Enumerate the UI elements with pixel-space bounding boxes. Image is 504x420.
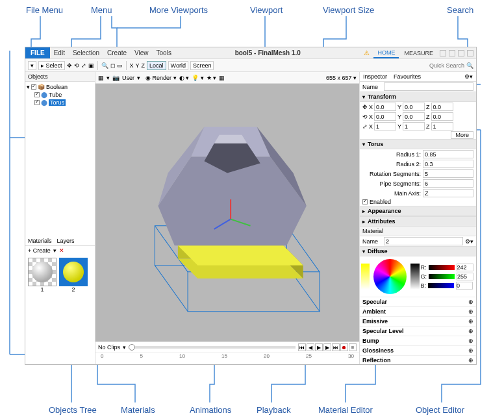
rotseg-input[interactable] <box>423 169 473 178</box>
tab-measure[interactable]: MEASURE <box>400 49 437 58</box>
inspector-tab[interactable]: Inspector <box>360 72 390 81</box>
bump-section[interactable]: Bump⊕ <box>360 336 476 345</box>
objects-tree[interactable]: ▾📦Boolean ⬤Tube ⬤Torus <box>25 82 95 108</box>
coord-world[interactable]: World <box>168 61 188 70</box>
goto-start-icon[interactable]: ⏮ <box>298 343 306 351</box>
object-name-input[interactable] <box>384 82 473 91</box>
gear-icon[interactable]: ⚙▾ <box>465 238 473 245</box>
speclevel-section[interactable]: Specular Level⊕ <box>360 326 476 336</box>
prev-frame-icon[interactable]: ◀ <box>307 343 314 351</box>
tool-icon[interactable]: ▣ <box>88 62 94 69</box>
scl-x[interactable] <box>374 122 396 130</box>
pos-z[interactable] <box>431 103 453 111</box>
select-button[interactable]: ▸ Select <box>38 61 65 70</box>
zoom-fit-icon[interactable]: ◻ <box>110 62 115 69</box>
rotate-gizmo-icon[interactable]: ⟲ <box>362 114 368 120</box>
menu-selection[interactable]: Selection <box>69 49 103 56</box>
create-material-button[interactable]: + Create <box>28 247 51 254</box>
radius1-input[interactable] <box>423 150 473 158</box>
ambient-section[interactable]: Ambient⊕ <box>360 306 476 316</box>
pin-icon[interactable] <box>440 50 446 56</box>
pipeseg-input[interactable] <box>423 179 473 188</box>
menu-view[interactable]: View <box>131 49 153 56</box>
timeline-menu-icon[interactable]: ≡ <box>349 343 357 351</box>
r-input[interactable] <box>457 264 473 271</box>
reflection-section[interactable]: Reflection⊕ <box>360 355 476 364</box>
more-button[interactable]: More <box>451 131 473 139</box>
menu-tools[interactable]: Tools <box>153 49 175 56</box>
favourites-tab[interactable]: Favourites <box>390 72 424 81</box>
coord-screen[interactable]: Screen <box>190 61 214 70</box>
goto-end-icon[interactable]: ⏭ <box>332 343 340 351</box>
axis-input[interactable] <box>423 189 473 197</box>
light-icon[interactable]: 💡 ▾ <box>192 75 204 81</box>
appearance-section[interactable]: ▸Appearance <box>360 206 476 216</box>
scale-icon[interactable]: ⤢ <box>81 62 86 69</box>
clips-label[interactable]: No Clips <box>98 344 120 351</box>
search-input[interactable] <box>412 62 464 69</box>
search-icon[interactable]: 🔍 <box>466 62 473 69</box>
material-1[interactable]: 1 <box>28 258 57 293</box>
shade-icon[interactable]: ◐ ▾ <box>179 75 190 81</box>
render-button[interactable]: ◉ Render ▾ <box>145 75 177 81</box>
glossiness-section[interactable]: Glossiness⊕ <box>360 345 476 355</box>
delete-material-icon[interactable]: ✕ <box>59 247 64 254</box>
viewport-layout-icon[interactable]: ▦ <box>98 75 104 81</box>
viewport-menu-icon[interactable]: ▾ <box>107 75 110 81</box>
dropdown-icon[interactable]: ▾ <box>28 61 36 70</box>
rot-x[interactable] <box>374 112 396 121</box>
file-menu[interactable]: FILE <box>25 47 50 58</box>
attributes-section[interactable]: ▸Attributes <box>360 216 476 227</box>
diffuse-section[interactable]: ▾Diffuse <box>360 246 476 256</box>
menu-create[interactable]: Create <box>103 49 131 56</box>
menu-edit[interactable]: Edit <box>50 49 69 56</box>
enabled-checkbox[interactable] <box>362 199 368 204</box>
emissive-section[interactable]: Emissive⊕ <box>360 316 476 326</box>
zoom-region-icon[interactable]: ▭ <box>117 62 123 69</box>
pos-x[interactable] <box>374 103 396 111</box>
axis-y-icon[interactable]: Y <box>136 62 140 69</box>
viewport[interactable] <box>95 84 359 341</box>
materials-tab[interactable]: Materials <box>25 236 55 245</box>
annot-search: Search <box>447 5 473 15</box>
grid-icon[interactable]: ▦ <box>219 75 225 81</box>
timeline-ruler[interactable]: 051015202530 <box>95 352 359 364</box>
radius2-input[interactable] <box>423 160 473 168</box>
scl-y[interactable] <box>403 122 425 130</box>
material-2[interactable]: 2 <box>59 258 88 293</box>
axis-z-icon[interactable]: Z <box>142 62 145 69</box>
close-icon[interactable] <box>467 50 473 56</box>
transform-section[interactable]: ▾Transform <box>360 92 476 102</box>
camera-icon[interactable]: 📷 <box>112 75 120 81</box>
torus-section[interactable]: ▾Torus <box>360 139 476 149</box>
play-icon[interactable]: ▶ <box>315 343 323 351</box>
move-gizmo-icon[interactable]: ✥ <box>362 104 368 110</box>
gear-icon[interactable]: ⚙▾ <box>461 72 476 81</box>
main-toolbar: ▾ ▸ Select ✥ ⟲ ⤢ ▣ 🔍 ◻ ▭ X Y Z Local Wor… <box>25 59 476 72</box>
material-name-input[interactable] <box>384 237 463 245</box>
rot-z[interactable] <box>431 112 453 121</box>
specular-section[interactable]: Specular⊕ <box>360 297 476 306</box>
axis-x-icon[interactable]: X <box>130 62 134 69</box>
rot-y[interactable] <box>403 112 425 121</box>
magnify-icon[interactable]: 🔍 <box>101 62 108 69</box>
timeline-slider[interactable] <box>129 346 296 349</box>
pos-y[interactable] <box>403 103 425 111</box>
color-wheel[interactable] <box>373 259 407 294</box>
move-icon[interactable]: ✥ <box>67 62 72 69</box>
rotate-icon[interactable]: ⟲ <box>74 62 79 69</box>
materials-panel: Materials Layers + Create ▾ ✕ 1 2 <box>25 236 95 365</box>
coord-local[interactable]: Local <box>147 61 166 70</box>
record-icon[interactable]: ⏺ <box>340 343 348 351</box>
star-icon[interactable]: ★ ▾ <box>207 75 217 81</box>
next-frame-icon[interactable]: ▶ <box>323 343 331 351</box>
scl-z[interactable] <box>431 122 453 130</box>
user-view-button[interactable]: User <box>122 75 134 81</box>
b-input[interactable] <box>456 282 473 290</box>
g-input[interactable] <box>457 273 473 280</box>
max-icon[interactable] <box>458 50 464 56</box>
scale-gizmo-icon[interactable]: ⤢ <box>362 123 368 130</box>
min-icon[interactable] <box>449 50 455 56</box>
tab-home[interactable]: HOME <box>373 48 399 58</box>
layers-tab[interactable]: Layers <box>55 236 77 245</box>
